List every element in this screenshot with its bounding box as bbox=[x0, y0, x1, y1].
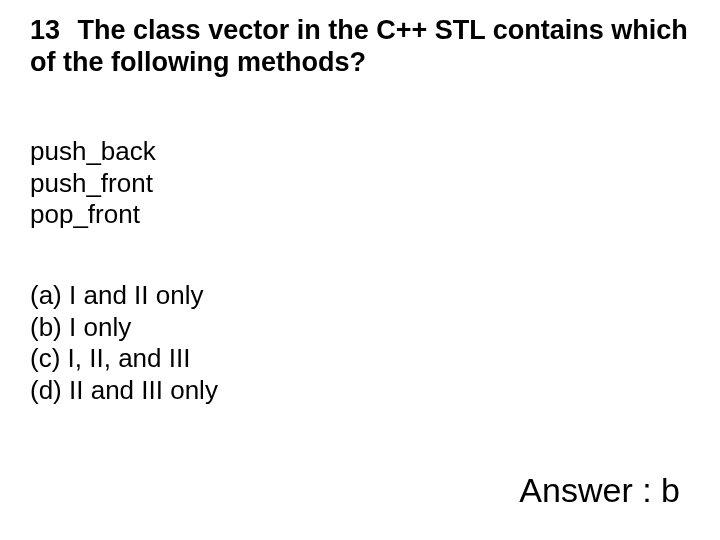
option-label: (c) bbox=[30, 343, 60, 373]
answer-value: b bbox=[661, 471, 680, 509]
method-list: push_back push_front pop_front bbox=[30, 136, 156, 231]
option-label: (a) bbox=[30, 280, 62, 310]
option-text: I and II only bbox=[69, 280, 203, 310]
question-number: 13 bbox=[30, 15, 60, 45]
options-list: (a) I and II only (b) I only (c) I, II, … bbox=[30, 280, 218, 407]
answer-block: Answer : b bbox=[519, 471, 680, 510]
option-text: II and III only bbox=[69, 375, 218, 405]
slide: 13 The class vector in the C++ STL conta… bbox=[0, 0, 720, 540]
option-d: (d) II and III only bbox=[30, 375, 218, 407]
option-text: I only bbox=[69, 312, 131, 342]
answer-label: Answer bbox=[519, 471, 632, 509]
option-a: (a) I and II only bbox=[30, 280, 218, 312]
method-item: push_back bbox=[30, 136, 156, 168]
method-item: pop_front bbox=[30, 199, 156, 231]
option-label: (d) bbox=[30, 375, 62, 405]
option-label: (b) bbox=[30, 312, 62, 342]
option-b: (b) I only bbox=[30, 312, 218, 344]
method-item: push_front bbox=[30, 168, 156, 200]
answer-separator: : bbox=[633, 471, 661, 509]
question-block: 13 The class vector in the C++ STL conta… bbox=[30, 14, 690, 79]
question-text: The class vector in the C++ STL contains… bbox=[30, 15, 688, 77]
option-c: (c) I, II, and III bbox=[30, 343, 218, 375]
option-text: I, II, and III bbox=[68, 343, 191, 373]
